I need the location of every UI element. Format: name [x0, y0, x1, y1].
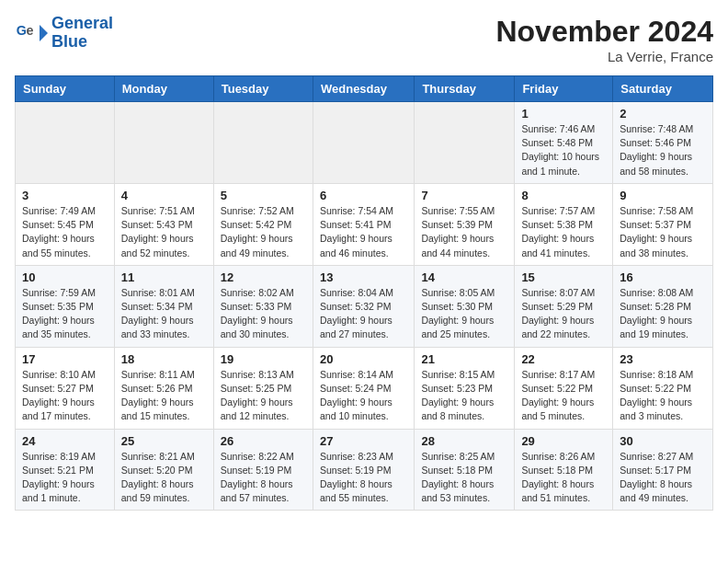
day-info: Sunrise: 8:23 AM Sunset: 5:19 PM Dayligh… — [320, 450, 407, 506]
calendar-cell — [415, 102, 515, 184]
calendar-cell: 27Sunrise: 8:23 AM Sunset: 5:19 PM Dayli… — [313, 429, 414, 511]
day-number: 30 — [620, 434, 706, 448]
day-info: Sunrise: 7:51 AM Sunset: 5:43 PM Dayligh… — [121, 204, 207, 260]
day-info: Sunrise: 7:48 AM Sunset: 5:46 PM Dayligh… — [620, 122, 706, 178]
calendar-cell: 18Sunrise: 8:11 AM Sunset: 5:26 PM Dayli… — [114, 347, 213, 429]
day-number: 21 — [421, 352, 507, 366]
weekday-header: Saturday — [613, 76, 713, 102]
calendar-cell: 19Sunrise: 8:13 AM Sunset: 5:25 PM Dayli… — [213, 347, 313, 429]
calendar-cell: 24Sunrise: 8:19 AM Sunset: 5:21 PM Dayli… — [16, 429, 115, 511]
calendar-cell: 15Sunrise: 8:07 AM Sunset: 5:29 PM Dayli… — [515, 265, 613, 347]
day-info: Sunrise: 7:54 AM Sunset: 5:41 PM Dayligh… — [320, 204, 407, 260]
day-number: 10 — [22, 270, 108, 284]
calendar-week-row: 24Sunrise: 8:19 AM Sunset: 5:21 PM Dayli… — [16, 429, 713, 511]
day-info: Sunrise: 8:08 AM Sunset: 5:28 PM Dayligh… — [620, 286, 706, 342]
logo-text: General Blue — [51, 15, 113, 52]
calendar-cell: 14Sunrise: 8:05 AM Sunset: 5:30 PM Dayli… — [415, 265, 515, 347]
calendar-cell: 3Sunrise: 7:49 AM Sunset: 5:45 PM Daylig… — [16, 183, 115, 265]
day-info: Sunrise: 8:10 AM Sunset: 5:27 PM Dayligh… — [22, 368, 108, 424]
day-number: 2 — [620, 107, 706, 121]
calendar-cell: 2Sunrise: 7:48 AM Sunset: 5:46 PM Daylig… — [613, 102, 713, 184]
calendar-cell: 16Sunrise: 8:08 AM Sunset: 5:28 PM Dayli… — [613, 265, 713, 347]
day-info: Sunrise: 8:11 AM Sunset: 5:26 PM Dayligh… — [121, 368, 207, 424]
day-info: Sunrise: 7:59 AM Sunset: 5:35 PM Dayligh… — [22, 286, 108, 342]
weekday-header: Sunday — [16, 76, 115, 102]
day-info: Sunrise: 7:49 AM Sunset: 5:45 PM Dayligh… — [22, 204, 108, 260]
day-number: 1 — [521, 107, 606, 121]
day-info: Sunrise: 8:15 AM Sunset: 5:23 PM Dayligh… — [421, 368, 507, 424]
day-number: 16 — [620, 270, 706, 284]
svg-text:G: G — [17, 23, 27, 38]
calendar-cell: 17Sunrise: 8:10 AM Sunset: 5:27 PM Dayli… — [16, 347, 115, 429]
calendar-cell: 29Sunrise: 8:26 AM Sunset: 5:18 PM Dayli… — [515, 429, 613, 511]
calendar-cell: 4Sunrise: 7:51 AM Sunset: 5:43 PM Daylig… — [114, 183, 213, 265]
calendar-cell: 23Sunrise: 8:18 AM Sunset: 5:22 PM Dayli… — [613, 347, 713, 429]
day-number: 15 — [521, 270, 606, 284]
day-info: Sunrise: 7:55 AM Sunset: 5:39 PM Dayligh… — [421, 204, 507, 260]
day-number: 23 — [620, 352, 706, 366]
weekday-header: Friday — [515, 76, 613, 102]
logo: G e General Blue — [15, 15, 113, 52]
day-number: 29 — [521, 434, 606, 448]
calendar-week-row: 10Sunrise: 7:59 AM Sunset: 5:35 PM Dayli… — [16, 265, 713, 347]
day-number: 20 — [320, 352, 407, 366]
day-number: 4 — [121, 189, 207, 202]
logo-icon: G e — [15, 17, 48, 50]
day-info: Sunrise: 8:25 AM Sunset: 5:18 PM Dayligh… — [421, 450, 507, 506]
calendar-cell — [16, 102, 115, 184]
calendar-cell: 26Sunrise: 8:22 AM Sunset: 5:19 PM Dayli… — [213, 429, 313, 511]
day-info: Sunrise: 8:18 AM Sunset: 5:22 PM Dayligh… — [620, 368, 706, 424]
day-info: Sunrise: 8:22 AM Sunset: 5:19 PM Dayligh… — [221, 450, 306, 506]
day-number: 28 — [421, 434, 507, 448]
calendar-cell: 12Sunrise: 8:02 AM Sunset: 5:33 PM Dayli… — [213, 265, 313, 347]
day-number: 27 — [320, 434, 407, 448]
day-info: Sunrise: 8:07 AM Sunset: 5:29 PM Dayligh… — [521, 286, 606, 342]
calendar-cell: 6Sunrise: 7:54 AM Sunset: 5:41 PM Daylig… — [313, 183, 414, 265]
day-info: Sunrise: 8:02 AM Sunset: 5:33 PM Dayligh… — [221, 286, 306, 342]
month-title: November 2024 — [495, 15, 713, 49]
weekday-header: Thursday — [415, 76, 515, 102]
calendar-cell: 5Sunrise: 7:52 AM Sunset: 5:42 PM Daylig… — [213, 183, 313, 265]
day-number: 13 — [320, 270, 407, 284]
day-info: Sunrise: 8:05 AM Sunset: 5:30 PM Dayligh… — [421, 286, 507, 342]
day-number: 11 — [121, 270, 207, 284]
day-info: Sunrise: 7:46 AM Sunset: 5:48 PM Dayligh… — [521, 122, 606, 178]
location: La Verrie, France — [495, 49, 713, 64]
calendar-cell: 13Sunrise: 8:04 AM Sunset: 5:32 PM Dayli… — [313, 265, 414, 347]
day-info: Sunrise: 8:01 AM Sunset: 5:34 PM Dayligh… — [121, 286, 207, 342]
day-info: Sunrise: 8:21 AM Sunset: 5:20 PM Dayligh… — [121, 450, 207, 506]
calendar-cell: 8Sunrise: 7:57 AM Sunset: 5:38 PM Daylig… — [515, 183, 613, 265]
calendar-cell — [313, 102, 414, 184]
day-number: 12 — [221, 270, 306, 284]
day-number: 3 — [22, 189, 108, 202]
page-header: G e General Blue November 2024 La Verrie… — [15, 15, 713, 64]
calendar-week-row: 1Sunrise: 7:46 AM Sunset: 5:48 PM Daylig… — [16, 102, 713, 184]
calendar-cell: 25Sunrise: 8:21 AM Sunset: 5:20 PM Dayli… — [114, 429, 213, 511]
calendar-cell: 9Sunrise: 7:58 AM Sunset: 5:37 PM Daylig… — [613, 183, 713, 265]
calendar-week-row: 17Sunrise: 8:10 AM Sunset: 5:27 PM Dayli… — [16, 347, 713, 429]
weekday-header: Monday — [114, 76, 213, 102]
day-info: Sunrise: 8:17 AM Sunset: 5:22 PM Dayligh… — [521, 368, 606, 424]
day-number: 14 — [421, 270, 507, 284]
day-number: 5 — [221, 189, 306, 202]
day-info: Sunrise: 8:04 AM Sunset: 5:32 PM Dayligh… — [320, 286, 407, 342]
calendar-table: SundayMondayTuesdayWednesdayThursdayFrid… — [15, 75, 713, 511]
calendar-cell — [114, 102, 213, 184]
day-number: 9 — [620, 189, 706, 202]
title-block: November 2024 La Verrie, France — [495, 15, 713, 64]
calendar-cell: 7Sunrise: 7:55 AM Sunset: 5:39 PM Daylig… — [415, 183, 515, 265]
day-number: 7 — [421, 189, 507, 202]
calendar-cell: 11Sunrise: 8:01 AM Sunset: 5:34 PM Dayli… — [114, 265, 213, 347]
day-number: 18 — [121, 352, 207, 366]
day-info: Sunrise: 8:27 AM Sunset: 5:17 PM Dayligh… — [620, 450, 706, 506]
calendar-week-row: 3Sunrise: 7:49 AM Sunset: 5:45 PM Daylig… — [16, 183, 713, 265]
day-info: Sunrise: 8:13 AM Sunset: 5:25 PM Dayligh… — [221, 368, 306, 424]
calendar-cell: 1Sunrise: 7:46 AM Sunset: 5:48 PM Daylig… — [515, 102, 613, 184]
calendar-cell: 22Sunrise: 8:17 AM Sunset: 5:22 PM Dayli… — [515, 347, 613, 429]
day-number: 17 — [22, 352, 108, 366]
svg-marker-2 — [40, 25, 48, 41]
calendar-cell: 10Sunrise: 7:59 AM Sunset: 5:35 PM Dayli… — [16, 265, 115, 347]
calendar-cell — [213, 102, 313, 184]
calendar-cell: 30Sunrise: 8:27 AM Sunset: 5:17 PM Dayli… — [613, 429, 713, 511]
day-info: Sunrise: 7:52 AM Sunset: 5:42 PM Dayligh… — [221, 204, 306, 260]
